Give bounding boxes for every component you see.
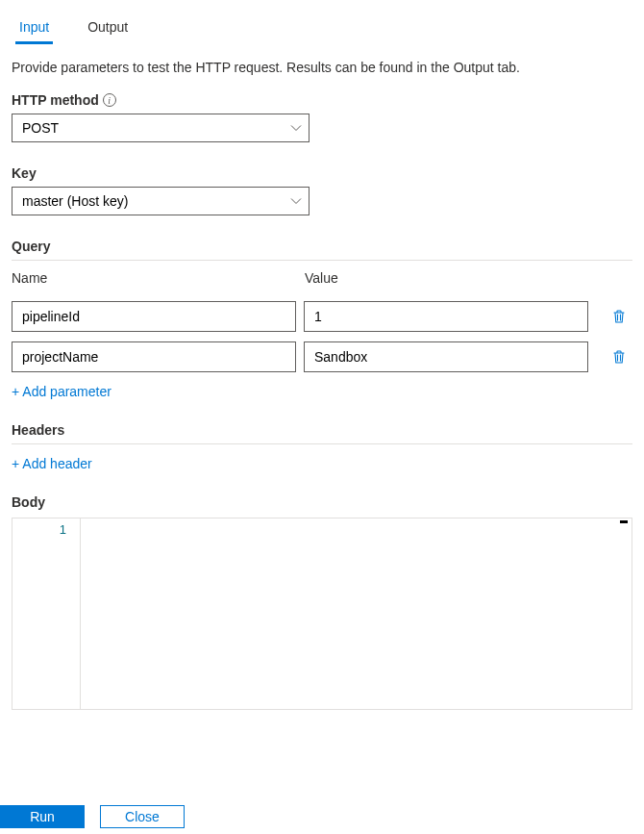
run-button[interactable]: Run [0,805,85,828]
query-name-header: Name [12,270,305,291]
query-param-row [12,301,632,332]
trash-icon [611,309,627,324]
info-icon[interactable]: i [103,93,116,107]
tabs: Input Output [12,12,632,44]
key-label: Key [12,165,37,181]
line-number: 1 [60,522,66,537]
add-header-button[interactable]: + Add header [12,456,92,471]
headers-section-title: Headers [12,422,632,438]
divider [12,443,632,444]
trash-icon [611,349,627,365]
body-section-title: Body [12,494,632,510]
cursor-mark-icon [620,520,628,528]
footer: Run Close [0,805,185,828]
close-button[interactable]: Close [100,805,185,828]
code-input-area[interactable] [80,518,632,709]
tab-input[interactable]: Input [12,12,57,44]
param-value-input[interactable] [304,341,588,372]
http-method-label: HTTP method [12,92,99,108]
query-section-title: Query [12,239,632,254]
query-param-row [12,341,632,372]
tab-output[interactable]: Output [80,12,136,44]
param-name-input[interactable] [12,301,296,332]
body-editor[interactable]: 1 [12,518,632,710]
description-text: Provide parameters to test the HTTP requ… [12,60,632,75]
query-value-header: Value [305,270,598,291]
divider [12,260,632,261]
param-value-input[interactable] [304,301,588,332]
key-select[interactable]: master (Host key) [12,187,310,215]
svg-rect-0 [620,520,628,523]
http-method-select[interactable]: POST [12,114,310,142]
add-parameter-button[interactable]: + Add parameter [12,384,111,399]
param-name-input[interactable] [12,341,296,372]
delete-param-button[interactable] [607,305,631,328]
delete-param-button[interactable] [607,345,631,368]
line-number-gutter: 1 [12,518,80,709]
